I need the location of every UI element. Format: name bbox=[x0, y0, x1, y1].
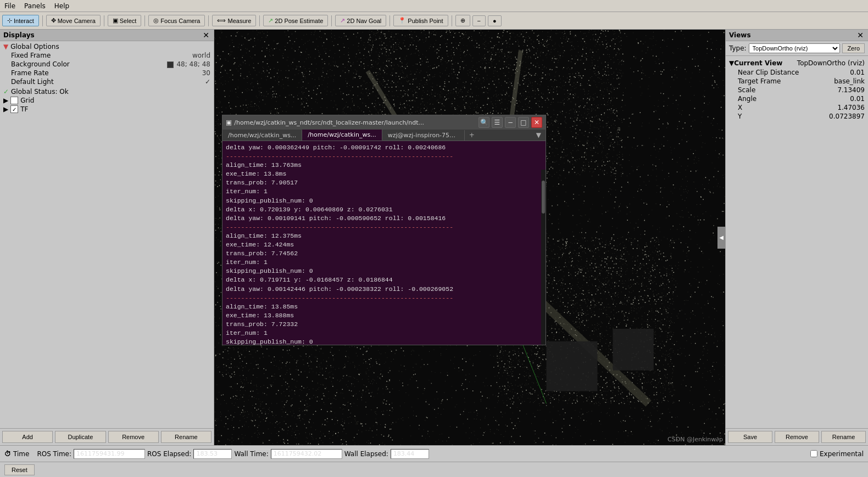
default-light-value: ✓ bbox=[205, 78, 210, 86]
x-label: X bbox=[729, 104, 742, 111]
tree-bg-color[interactable]: Background Color 48; 48; 48 bbox=[1, 60, 213, 69]
terminal-line: skipping_publish_num: 0 bbox=[226, 338, 542, 345]
time-panel-title: Time bbox=[13, 450, 29, 458]
tree-default-light[interactable]: Default Light ✓ bbox=[1, 77, 213, 86]
toolbar-focus-camera[interactable]: ◎ Focus Camera bbox=[148, 15, 205, 26]
terminal-content[interactable]: delta yaw: 0.000362449 pitch: -0.0009174… bbox=[222, 141, 546, 345]
add-button[interactable]: Add bbox=[2, 431, 53, 443]
toolbar-extra2[interactable]: − bbox=[472, 15, 486, 26]
views-close[interactable]: ✕ bbox=[856, 31, 865, 40]
terminal-menu-btn[interactable]: ☰ bbox=[492, 117, 503, 128]
terminal-search-btn[interactable]: 🔍 bbox=[478, 117, 489, 128]
terminal-scroll-thumb[interactable] bbox=[542, 181, 545, 214]
center-view[interactable]: ◀ ▣ /home/wzj/catkin_ws_ndt/src/ndt_loca… bbox=[214, 30, 725, 445]
terminal-line: trans_prob: 7.90517 bbox=[226, 178, 542, 187]
toolbar-publish-point[interactable]: 📍 Publish Point bbox=[393, 15, 448, 26]
target-frame-label: Target Frame bbox=[729, 77, 781, 85]
tree-global-options[interactable]: ▼ Global Options bbox=[1, 42, 213, 51]
statusbar: Reset bbox=[0, 462, 868, 477]
views-save-button[interactable]: Save bbox=[728, 431, 772, 443]
views-rename-button[interactable]: Rename bbox=[821, 431, 866, 443]
terminal-tab-1[interactable]: /home/wzj/catkin_ws... bbox=[222, 130, 302, 141]
menu-panels[interactable]: Panels bbox=[20, 1, 50, 11]
menu-file[interactable]: File bbox=[0, 1, 20, 11]
terminal-tab-dropdown[interactable]: ▼ bbox=[532, 130, 546, 141]
toolbar-move-camera[interactable]: ✥ Move Camera bbox=[46, 15, 101, 26]
terminal-tabs: /home/wzj/catkin_ws... /home/wzj/catkin_… bbox=[222, 130, 546, 141]
view-target-frame: Target Frame base_link bbox=[729, 77, 865, 86]
tree-global-status[interactable]: ✓ Global Status: Ok bbox=[1, 87, 213, 96]
displays-tree: ▼ Global Options Fixed Frame world Backg… bbox=[0, 41, 214, 428]
toolbar-sep-3 bbox=[144, 15, 145, 26]
toolbar-extra1[interactable]: ⊕ bbox=[455, 15, 470, 26]
views-tree: ▼ Current View TopDownOrtho (rviz) Near … bbox=[726, 56, 868, 428]
y-label: Y bbox=[729, 113, 742, 120]
terminal-tab-plus[interactable]: + bbox=[465, 130, 479, 141]
ros-time-value: 1611759431.99 bbox=[74, 449, 145, 459]
tf-arrow-icon: ▶ bbox=[3, 105, 8, 113]
toolbar-select[interactable]: ▣ Select bbox=[108, 15, 142, 26]
toolbar-pose-estimate[interactable]: ↗ 2D Pose Estimate bbox=[263, 15, 328, 26]
view-near-clip: Near Clip Distance 0.01 bbox=[729, 68, 865, 77]
grid-checkbox[interactable] bbox=[10, 97, 18, 104]
menubar: File Panels Help bbox=[0, 0, 868, 12]
terminal-line: ----------------------------------------… bbox=[226, 294, 542, 302]
toolbar-nav-goal[interactable]: ↗ 2D Nav Goal bbox=[335, 15, 386, 26]
terminal-scrollbar[interactable] bbox=[541, 170, 546, 345]
terminal-close-btn[interactable]: ✕ bbox=[531, 117, 542, 128]
views-type-select[interactable]: TopDownOrtho (rviz) Orbit (rviz) FPS (rv… bbox=[749, 43, 841, 53]
terminal-line: ----------------------------------------… bbox=[226, 152, 542, 161]
views-type-row: Type: TopDownOrtho (rviz) Orbit (rviz) F… bbox=[726, 41, 868, 56]
global-options-label: Global Options bbox=[10, 43, 59, 50]
main-area: Displays ✕ ▼ Global Options Fixed Frame … bbox=[0, 30, 868, 445]
bg-color-swatch bbox=[167, 61, 174, 68]
displays-close[interactable]: ✕ bbox=[202, 31, 210, 40]
remove-button[interactable]: Remove bbox=[108, 431, 159, 443]
terminal-tab-2[interactable]: /home/wzj/catkin_ws... bbox=[302, 130, 382, 141]
point-icon: 📍 bbox=[398, 17, 406, 24]
displays-bottom: Add Duplicate Remove Rename bbox=[0, 428, 214, 445]
views-zero-button[interactable]: Zero bbox=[842, 43, 865, 53]
toolbar-sep-6 bbox=[331, 15, 332, 26]
duplicate-button[interactable]: Duplicate bbox=[55, 431, 105, 443]
toolbar-extra3[interactable]: ● bbox=[488, 15, 502, 26]
tree-frame-rate[interactable]: Frame Rate 30 bbox=[1, 69, 213, 77]
wall-time-label: Wall Time: bbox=[234, 450, 268, 458]
reset-button[interactable]: Reset bbox=[4, 464, 35, 475]
toolbar-sep-1 bbox=[42, 15, 43, 26]
terminal-icon: ▣ bbox=[226, 119, 232, 126]
terminal-line: skipping_publish_num: 0 bbox=[226, 267, 542, 276]
wall-elapsed-label: Wall Elapsed: bbox=[344, 450, 388, 458]
terminal-title: /home/wzj/catkin_ws_ndt/src/ndt_localize… bbox=[234, 119, 476, 126]
views-remove-button[interactable]: Remove bbox=[775, 431, 819, 443]
bg-color-label: Background Color bbox=[11, 60, 70, 68]
select-icon: ▣ bbox=[113, 17, 118, 24]
terminal-line: skipping_publish_num: 0 bbox=[226, 197, 542, 205]
terminal-minimize-btn[interactable]: − bbox=[505, 117, 516, 128]
tree-fixed-frame[interactable]: Fixed Frame world bbox=[1, 51, 213, 60]
terminal-tab-3[interactable]: wzj@wzj-inspiron-756... bbox=[382, 130, 465, 141]
grid-arrow-icon: ▶ bbox=[3, 97, 8, 104]
panel-collapse-arrow[interactable]: ◀ bbox=[717, 227, 725, 249]
terminal-line: delta yaw: 0.000362449 pitch: -0.0009174… bbox=[226, 143, 542, 152]
terminal-line: delta yaw: 0.00109141 pitch: -0.00059065… bbox=[226, 214, 542, 223]
terminal-line: exe_time: 12.424ms bbox=[226, 240, 542, 249]
experimental-label: Experimental bbox=[820, 450, 864, 458]
terminal-line: iter_num: 1 bbox=[226, 187, 542, 196]
terminal-maximize-btn[interactable]: □ bbox=[518, 117, 529, 128]
focus-icon: ◎ bbox=[153, 17, 159, 24]
tree-tf[interactable]: ▶ ✓ TF bbox=[1, 105, 213, 114]
current-view-label: Current View bbox=[734, 59, 782, 67]
rename-button[interactable]: Rename bbox=[161, 431, 212, 443]
wall-time-value: 1611759432.02 bbox=[271, 449, 342, 459]
views-type-label: Type: bbox=[729, 44, 747, 52]
toolbar-measure[interactable]: ⟺ Measure bbox=[212, 15, 256, 26]
toolbar-interact[interactable]: ⊹ Interact bbox=[2, 15, 39, 26]
terminal-line: align_time: 13.763ms bbox=[226, 161, 542, 170]
toolbar-sep-4 bbox=[208, 15, 209, 26]
menu-help[interactable]: Help bbox=[50, 1, 74, 11]
tf-checkbox[interactable]: ✓ bbox=[10, 105, 18, 113]
tree-grid[interactable]: ▶ Grid bbox=[1, 96, 213, 105]
experimental-checkbox[interactable] bbox=[810, 450, 817, 457]
ros-elapsed-label: ROS Elapsed: bbox=[147, 450, 191, 458]
